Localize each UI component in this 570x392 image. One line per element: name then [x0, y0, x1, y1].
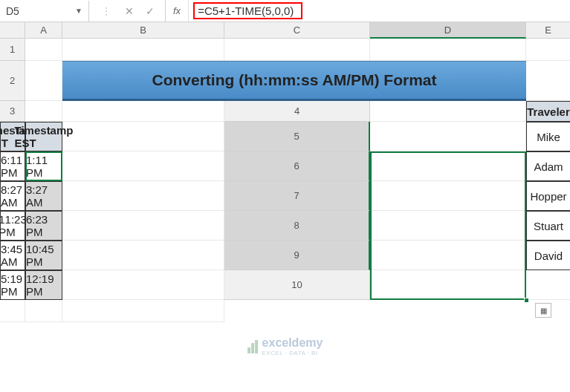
- separator-icon: ⋮: [100, 5, 113, 17]
- header-traveler[interactable]: Traveler: [526, 101, 570, 122]
- row-header-3[interactable]: 3: [0, 101, 25, 122]
- row-header-2[interactable]: 2: [0, 61, 25, 101]
- watermark-logo-icon: [247, 340, 258, 353]
- cell-a5[interactable]: [370, 122, 526, 151]
- cell-traveler-0[interactable]: Mike: [526, 122, 570, 151]
- cell-est-1[interactable]: 3:27 AM: [25, 181, 62, 211]
- fx-label[interactable]: fx: [166, 0, 189, 22]
- cell-traveler-2[interactable]: Hopper: [526, 181, 570, 211]
- formula-text: =C5+1-TIME(5,0,0): [193, 2, 302, 19]
- row-header-5[interactable]: 5: [224, 122, 370, 151]
- cell-est-3[interactable]: 10:45 PM: [25, 241, 62, 270]
- autofill-options-icon[interactable]: ▦: [535, 303, 551, 318]
- cell-gmt-3[interactable]: 3:45 AM: [0, 241, 25, 270]
- cancel-icon[interactable]: [125, 6, 134, 16]
- name-box[interactable]: D5 ▼: [0, 1, 89, 22]
- cell-e6[interactable]: [62, 181, 224, 211]
- watermark-text: exceldemy: [262, 336, 323, 349]
- row-header-9[interactable]: 9: [224, 241, 370, 270]
- cell-a9[interactable]: [370, 241, 526, 270]
- cell-a4[interactable]: [370, 101, 526, 122]
- formula-bar: D5 ▼ ⋮ fx =C5+1-TIME(5,0,0): [0, 0, 570, 22]
- cell-e2[interactable]: [526, 61, 570, 101]
- cell-a3[interactable]: [25, 101, 62, 122]
- col-header-c[interactable]: C: [224, 22, 370, 39]
- cell-a2[interactable]: [25, 61, 62, 101]
- cell-gmt-2[interactable]: 11:23 PM: [0, 211, 25, 241]
- name-box-value: D5: [6, 5, 72, 17]
- watermark: exceldemy EXCEL · DATA · BI: [247, 336, 323, 356]
- col-header-e[interactable]: E: [526, 22, 570, 39]
- cell-traveler-1[interactable]: Adam: [526, 151, 570, 181]
- cell-gmt-0[interactable]: 6:11 PM: [0, 151, 25, 181]
- cell-e5[interactable]: [62, 151, 224, 181]
- cell-e4[interactable]: [62, 122, 224, 151]
- row-header-4[interactable]: 4: [224, 101, 370, 122]
- cell-a10[interactable]: [370, 270, 526, 300]
- cell-a7[interactable]: [370, 181, 526, 211]
- title-cell[interactable]: Converting (hh:mm:ss AM/PM) Format: [62, 61, 526, 101]
- cell-e3[interactable]: [62, 101, 224, 122]
- formula-input[interactable]: =C5+1-TIME(5,0,0): [189, 0, 570, 22]
- row-header-6[interactable]: 6: [224, 151, 370, 181]
- header-est[interactable]: Timestamp EST: [25, 122, 62, 151]
- cell-est-0[interactable]: 1:11 PM: [25, 151, 62, 181]
- fill-handle[interactable]: [524, 298, 529, 303]
- cell-d10[interactable]: [25, 300, 62, 322]
- row-header-7[interactable]: 7: [224, 181, 370, 211]
- cell-c1[interactable]: [224, 39, 370, 61]
- row-header-1[interactable]: 1: [0, 39, 25, 61]
- cell-est-2[interactable]: 6:23 PM: [25, 211, 62, 241]
- formula-bar-buttons: ⋮: [89, 0, 166, 22]
- cell-a8[interactable]: [370, 211, 526, 241]
- enter-icon[interactable]: [146, 6, 155, 16]
- cell-b1[interactable]: [62, 39, 224, 61]
- cell-e7[interactable]: [62, 211, 224, 241]
- cell-b10[interactable]: [526, 270, 570, 300]
- cell-traveler-4[interactable]: David: [526, 241, 570, 270]
- cell-e10[interactable]: [62, 300, 224, 322]
- cell-a1[interactable]: [25, 39, 62, 61]
- watermark-sub: EXCEL · DATA · BI: [262, 350, 323, 356]
- cell-gmt-4[interactable]: 5:19 PM: [0, 270, 25, 300]
- cell-e1[interactable]: [526, 39, 570, 61]
- cell-est-4[interactable]: 12:19 PM: [25, 270, 62, 300]
- col-header-b[interactable]: B: [62, 22, 224, 39]
- select-all-corner[interactable]: [0, 22, 25, 39]
- spreadsheet-grid: A B C D E 1 2 Converting (hh:mm:ss AM/PM…: [0, 22, 570, 322]
- cell-a6[interactable]: [370, 151, 526, 181]
- cell-traveler-3[interactable]: Stuart: [526, 211, 570, 241]
- row-header-10[interactable]: 10: [224, 270, 370, 300]
- cell-e8[interactable]: [62, 241, 224, 270]
- col-header-a[interactable]: A: [25, 22, 62, 39]
- cell-gmt-1[interactable]: 8:27 AM: [0, 181, 25, 211]
- cell-d1[interactable]: [370, 39, 526, 61]
- col-header-d[interactable]: D: [370, 22, 526, 39]
- cell-c10[interactable]: [0, 300, 25, 322]
- name-box-dropdown-icon[interactable]: ▼: [72, 7, 82, 15]
- cell-e9[interactable]: [62, 270, 224, 300]
- row-header-8[interactable]: 8: [224, 211, 370, 241]
